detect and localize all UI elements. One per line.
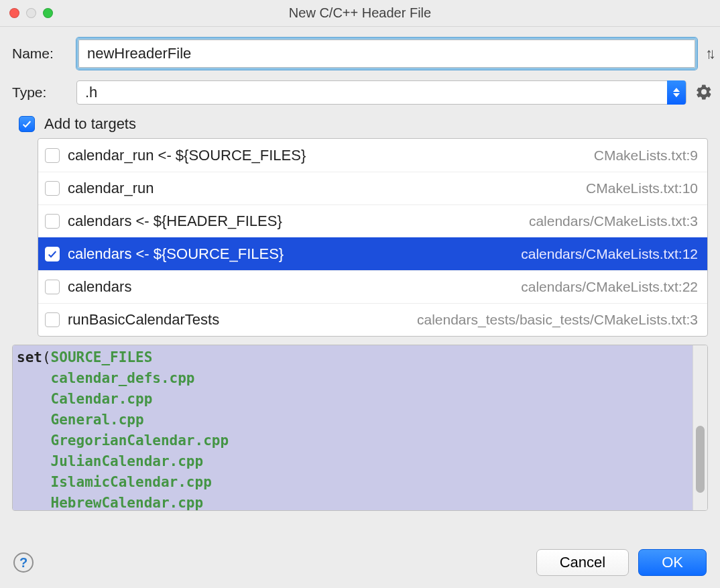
- up-down-sort-icon[interactable]: ↑↓: [705, 45, 712, 62]
- target-checkbox[interactable]: [45, 181, 60, 196]
- targets-list: calendar_run <- ${SOURCE_FILES}CMakeList…: [38, 138, 708, 337]
- zoom-window-icon[interactable]: [43, 8, 53, 18]
- type-select[interactable]: .h: [76, 80, 686, 105]
- target-row[interactable]: runBasicCalendarTestscalendars_tests/bas…: [38, 303, 707, 336]
- target-label: calendars <- ${HEADER_FILES}: [68, 213, 521, 230]
- target-path: CMakeLists.txt:9: [594, 148, 698, 164]
- bottom-bar: ? Cancel OK: [0, 540, 720, 588]
- target-label: runBasicCalendarTests: [68, 311, 409, 329]
- target-label: calendar_run: [68, 180, 578, 197]
- code-area: set(SOURCE_FILES calendar_defs.cpp Calen…: [13, 345, 693, 510]
- target-path: calendars/CMakeLists.txt:12: [521, 246, 698, 262]
- settings-wrench-icon[interactable]: [696, 84, 712, 102]
- close-window-icon[interactable]: [9, 8, 19, 18]
- help-icon[interactable]: ?: [13, 552, 34, 573]
- target-row[interactable]: calendarscalendars/CMakeLists.txt:22: [38, 270, 707, 303]
- target-path: calendars/CMakeLists.txt:3: [529, 213, 698, 229]
- select-arrows-icon: [667, 80, 686, 105]
- target-checkbox[interactable]: [45, 312, 60, 327]
- name-label: Name:: [12, 46, 76, 62]
- target-checkbox[interactable]: [45, 247, 60, 261]
- target-checkbox[interactable]: [45, 214, 60, 229]
- target-row[interactable]: calendar_runCMakeLists.txt:10: [38, 172, 707, 204]
- target-label: calendars: [68, 278, 513, 296]
- target-label: calendar_run <- ${SOURCE_FILES}: [68, 147, 586, 164]
- target-path: CMakeLists.txt:10: [586, 180, 698, 196]
- scrollbar-thumb[interactable]: [696, 426, 705, 493]
- cancel-button[interactable]: Cancel: [536, 549, 629, 576]
- code-preview: set(SOURCE_FILES calendar_defs.cpp Calen…: [12, 345, 708, 511]
- target-path: calendars/CMakeLists.txt:22: [521, 279, 698, 295]
- scrollbar-track[interactable]: [693, 345, 707, 510]
- target-row[interactable]: calendars <- ${SOURCE_FILES}calendars/CM…: [38, 237, 707, 270]
- target-path: calendars_tests/basic_tests/CMakeLists.t…: [417, 312, 698, 328]
- name-row: Name: ↑↓: [12, 38, 712, 70]
- traffic-lights: [9, 8, 53, 18]
- add-to-targets-row[interactable]: Add to targets: [19, 115, 712, 133]
- target-row[interactable]: calendar_run <- ${SOURCE_FILES}CMakeList…: [38, 139, 707, 172]
- add-to-targets-checkbox[interactable]: [19, 116, 35, 132]
- target-row[interactable]: calendars <- ${HEADER_FILES}calendars/CM…: [38, 204, 707, 237]
- type-label: Type:: [12, 84, 76, 101]
- name-input[interactable]: [78, 40, 695, 68]
- target-checkbox[interactable]: [45, 148, 60, 163]
- minimize-window-icon: [26, 8, 36, 18]
- dialog-title: New C/C++ Header File: [0, 5, 720, 21]
- type-row: Type: .h: [12, 80, 712, 105]
- add-to-targets-label: Add to targets: [44, 115, 136, 133]
- target-label: calendars <- ${SOURCE_FILES}: [68, 245, 513, 263]
- target-checkbox[interactable]: [45, 280, 60, 294]
- ok-button[interactable]: OK: [638, 549, 707, 576]
- dialog-window: New C/C++ Header File Name: ↑↓ Type: .h …: [0, 0, 720, 588]
- name-field-focus-ring: [76, 38, 697, 70]
- titlebar: New C/C++ Header File: [0, 0, 720, 27]
- type-value: .h: [77, 84, 667, 101]
